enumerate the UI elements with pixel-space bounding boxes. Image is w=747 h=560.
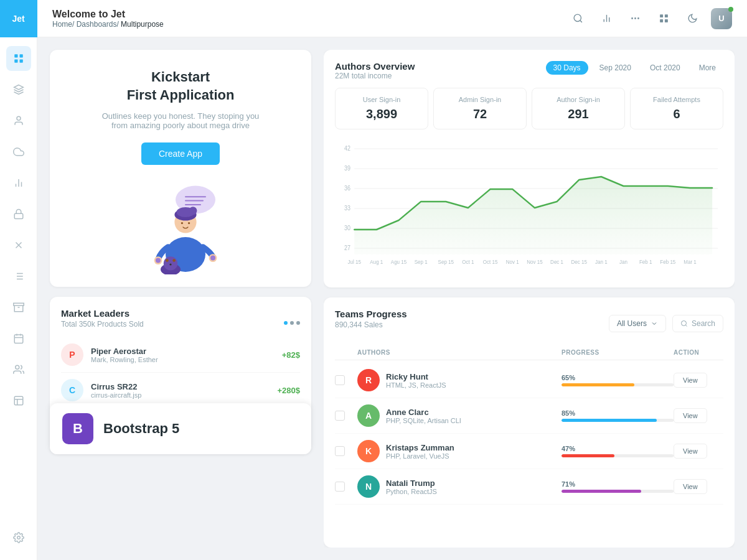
view-button[interactable]: View [674,444,707,459]
sidebar-item-layout[interactable] [6,388,31,413]
col-progress: PROGRESS [561,349,674,356]
kickstart-title: Kickstart First Application [127,68,235,104]
svg-text:42: 42 [344,144,350,152]
progress-pct: 65% [561,374,674,381]
view-button[interactable]: View [674,479,707,494]
market-info: Cirrus SR22 cirrus-aircraft.jsp [91,382,270,399]
market-logo: P [61,343,83,366]
market-meta: Mark, Rowling, Esther [91,356,275,363]
tab-more[interactable]: More [692,61,723,75]
bootstrap-text: Bootstrap 5 [103,421,179,437]
svg-text:Sep 15: Sep 15 [438,259,454,266]
sidebar-item-lock[interactable] [6,202,31,226]
sidebar-item-close[interactable] [6,233,31,258]
create-app-button[interactable]: Create App [141,142,220,165]
sidebar-item-person[interactable] [6,108,31,133]
sidebar-item-layers[interactable] [6,77,31,102]
bootstrap-overlay: B Bootstrap 5 [50,403,311,454]
svg-point-49 [189,207,197,215]
tab-sep-2020[interactable]: Sep 2020 [592,61,639,75]
svg-point-54 [156,258,161,263]
page-title: Welcome to Jet [52,9,560,20]
svg-text:Jul 15: Jul 15 [348,259,362,266]
team-checkbox[interactable] [335,482,357,492]
svg-point-24 [15,365,19,369]
analytics-button[interactable] [596,9,616,29]
sidebar: Jet [0,0,37,560]
content-area: Kickstart First Application Outlines kee… [37,37,747,560]
dark-mode-button[interactable] [682,9,702,29]
stat-item: Author Sign-in 291 [532,88,625,129]
sidebar-item-dashboard[interactable] [6,46,31,71]
sidebar-item-settings[interactable] [6,525,31,550]
users-filter-dropdown[interactable]: All Users [609,315,666,332]
team-checkbox[interactable] [335,375,357,385]
sidebar-item-calendar[interactable] [6,326,31,351]
team-progress: 65% [561,374,674,386]
team-checkbox[interactable] [335,411,357,421]
svg-rect-38 [664,14,667,17]
svg-rect-25 [14,396,23,405]
stat-item: Admin Sign-in 72 [433,88,527,129]
progress-bar-bg [561,490,674,493]
team-name: Kristaps Zumman [386,443,454,452]
svg-point-58 [166,259,169,262]
kickstart-card: Kickstart First Application Outlines kee… [50,50,311,287]
team-author: N Natali Trump Python, ReactJS [357,475,561,498]
team-skills: HTML, JS, ReactJS [386,381,446,389]
col-authors: AUTHORS [357,349,561,356]
team-name: Ricky Hunt [386,372,446,381]
header-actions: U [568,8,732,29]
svg-text:Feb 1: Feb 1 [639,259,652,266]
date-tabs: 30 Days Sep 2020 Oct 2020 More [546,61,723,75]
progress-bar-fill [561,383,634,386]
bootstrap-badge: B [62,413,93,444]
stat-label: Admin Sign-in [441,96,519,103]
stat-item: User Sign-in 3,899 [335,88,428,129]
teams-search-box[interactable]: Search [672,315,723,332]
team-author: R Ricky Hunt HTML, JS, ReactJS [357,369,561,391]
sidebar-item-chart[interactable] [6,170,31,195]
sidebar-item-cloud[interactable] [6,139,31,164]
svg-marker-4 [14,85,23,90]
svg-text:Aug 1: Aug 1 [370,259,383,266]
tab-oct-2020[interactable]: Oct 2020 [642,61,688,75]
tab-30-days[interactable]: 30 Days [546,61,588,75]
svg-text:27: 27 [344,244,350,251]
sidebar-logo[interactable]: Jet [0,0,37,37]
svg-rect-40 [664,19,667,22]
team-author: K Kristaps Zumman PHP, Laravel, VueJS [357,440,561,462]
teams-header: Teams Progress 890,344 Sales All Users S… [335,309,723,338]
stat-label: Author Sign-in [540,96,617,103]
sidebar-item-archive[interactable] [6,295,31,320]
apps-button[interactable] [654,9,674,29]
svg-point-50 [181,222,183,224]
teams-list: R Ricky Hunt HTML, JS, ReactJS 65% View … [335,363,723,505]
progress-bar-fill [561,454,614,457]
chart-area: 42 39 36 33 30 27 [335,139,723,276]
svg-rect-0 [14,54,17,57]
svg-text:Nov 15: Nov 15 [527,259,543,266]
view-button[interactable]: View [674,408,707,423]
market-name: Piper Aerostar [91,347,275,356]
authors-overview-card: Authors Overview 22M total income 30 Day… [324,50,735,287]
market-value: +82$ [282,350,300,360]
authors-header: Authors Overview 22M total income 30 Day… [335,61,723,80]
grid-button[interactable] [625,9,645,29]
view-button[interactable]: View [674,373,707,388]
progress-pct: 47% [561,445,674,452]
svg-text:33: 33 [344,204,350,212]
kickstart-description: Outlines keep you honest. They stoping y… [100,111,261,130]
svg-rect-18 [13,303,24,306]
avatar-container: U [711,8,732,29]
stat-value: 6 [638,107,715,121]
sidebar-item-list[interactable] [6,264,31,289]
stat-item: Failed Attempts 6 [630,88,723,129]
search-button[interactable] [568,9,588,29]
team-checkbox[interactable] [335,446,357,456]
team-name: Natali Trump [386,478,437,488]
team-progress: 47% [561,445,674,457]
header: Welcome to Jet Home/ Dashboards/ Multipu… [37,0,747,37]
progress-bar-bg [561,454,674,457]
sidebar-item-people[interactable] [6,357,31,382]
